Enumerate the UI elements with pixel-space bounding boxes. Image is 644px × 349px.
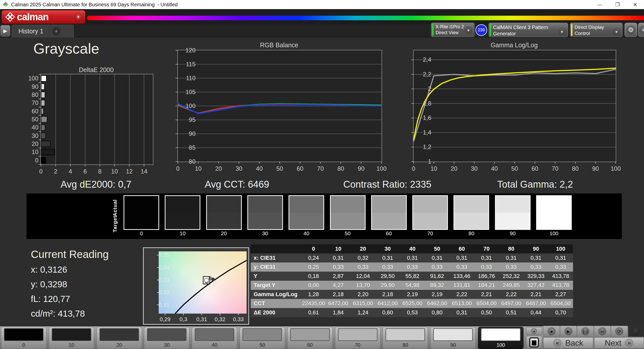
patch-level-label: 20	[206, 230, 242, 236]
close-button[interactable]: ✕	[626, 0, 644, 9]
tick-label: 115	[178, 61, 196, 68]
pattern-level-button-0[interactable]: 0	[1, 327, 46, 349]
table-value: 2,19	[425, 290, 449, 299]
tick-label: 80	[337, 165, 344, 172]
pattern-level-patch	[4, 328, 43, 341]
grayscale-patch-30	[247, 195, 283, 230]
grayscale-patch-90	[495, 195, 531, 230]
pattern-level-label: 0	[1, 342, 46, 348]
column-header: 10	[326, 244, 351, 253]
play-button[interactable]: ▶	[560, 326, 577, 337]
pattern-level-button-80[interactable]: 80	[383, 327, 428, 349]
table-value: 4,27	[326, 281, 351, 290]
meter-select-dropdown[interactable]: X-Rite i1Pro 2 Direct View ▼	[431, 23, 474, 37]
grayscale-patch-strip: Actual Target 0102030405060708090100	[27, 193, 622, 239]
meter-mode: Direct View	[436, 30, 464, 36]
calman-logo-icon	[5, 12, 15, 22]
pattern-level-button-100[interactable]: 100	[478, 327, 523, 349]
history-panel-toggle-button[interactable]: ▶	[1, 25, 10, 36]
table-value: 2,20	[351, 290, 375, 299]
window-title: Calman 2025 Calman Ultimate for Business…	[11, 2, 178, 8]
column-header: 0	[301, 244, 326, 253]
pattern-level-patch	[52, 328, 91, 341]
tick-label: 0	[412, 165, 415, 172]
row-label: Y	[251, 272, 301, 281]
table-value: 6497,00	[499, 299, 524, 308]
pattern-window-button[interactable]	[526, 336, 542, 349]
stat-avg-de2000: Avg dE2000: 0,7	[61, 179, 131, 190]
back-button[interactable]: « Back	[543, 337, 593, 348]
tick-label: 100	[21, 75, 38, 82]
grayscale-patch-50	[330, 195, 366, 230]
grayscale-patch-60	[371, 195, 407, 230]
calman-menu-button[interactable]: calman ▼	[2, 10, 85, 24]
restore-button[interactable]: ❐	[609, 0, 626, 9]
levels-expand-button[interactable]: ▲	[526, 327, 542, 335]
pattern-level-button-70[interactable]: 70	[335, 327, 380, 349]
pattern-level-button-30[interactable]: 30	[144, 327, 189, 349]
calman-menu-caret-icon: ▼	[75, 13, 82, 21]
window-titlebar: Calman 2025 Calman Ultimate for Business…	[0, 0, 644, 9]
pattern-generator-dropdown[interactable]: CalMAN Client 3 Pattern Generator ▼	[489, 23, 568, 37]
actual-patch	[124, 196, 158, 213]
grayscale-patch-0	[124, 195, 159, 230]
tick-label: 40	[256, 165, 263, 172]
panel-collapse-button[interactable]: ◀	[638, 23, 644, 37]
play-icon: ▶	[564, 327, 573, 335]
target-label: Target	[112, 216, 118, 232]
display-control-dropdown[interactable]: Direct Display Control ▼	[570, 23, 623, 37]
target-patch	[124, 213, 158, 229]
tick-label: 120	[178, 47, 196, 54]
tick-label: 10	[195, 165, 202, 172]
pattern-level-button-90[interactable]: 90	[430, 327, 476, 349]
pattern-level-button-20[interactable]: 20	[97, 327, 142, 349]
table-value: 0,31	[449, 308, 474, 317]
table-value: 0,44	[523, 308, 548, 317]
refresh-button[interactable]: ⟳	[611, 326, 628, 337]
step-pattern-button[interactable]: [··]	[577, 326, 594, 337]
chevrons-left-icon: «	[553, 339, 562, 347]
divider	[52, 13, 52, 21]
minimize-button[interactable]: —	[591, 0, 609, 9]
stat-total-gamma: Total Gamma: 2,2	[497, 179, 573, 190]
tick-label: 40	[491, 165, 498, 172]
tick-label: 60	[21, 108, 38, 115]
patch-level-label: 100	[536, 230, 572, 236]
table-value: 13,70	[351, 281, 375, 290]
pattern-level-button-40[interactable]: 40	[192, 327, 237, 349]
tick-label: 95	[178, 116, 196, 123]
pattern-level-button-10[interactable]: 10	[49, 327, 94, 349]
table-value: 54,98	[400, 281, 425, 290]
next-button[interactable]: Next »	[594, 337, 644, 348]
patch-level-label: 60	[371, 230, 407, 236]
pattern-level-button-60[interactable]: 60	[287, 327, 333, 349]
tick-label: 8	[98, 168, 101, 175]
column-header: 60	[449, 244, 474, 253]
tick-label: 90	[178, 130, 196, 137]
add-tab-button[interactable]: +	[49, 25, 63, 37]
current-reading-y: y: 0,3298	[31, 279, 67, 289]
tab-group: History 1 +	[12, 25, 74, 37]
pattern-level-patch	[195, 328, 234, 341]
loop-button[interactable]: ∞	[594, 326, 611, 337]
meter-name: X-Rite i1Pro 2	[436, 24, 464, 30]
tick-label: 1,6	[414, 114, 431, 121]
settings-button[interactable]: ⚙	[625, 23, 637, 37]
meter-reading-badge[interactable]: 239	[475, 24, 487, 36]
tab-history-1[interactable]: History 1	[18, 28, 43, 35]
current-reading-cdm2: cd/m²: 413,78	[31, 309, 85, 319]
column-header: 80	[499, 244, 524, 253]
table-value: 0,31	[449, 253, 474, 263]
tick-label: 1,8	[414, 100, 431, 107]
grayscale-patch-10	[165, 195, 200, 230]
tick-label: 105	[178, 89, 196, 96]
tick-label: 70	[21, 99, 38, 106]
tick-label: 100	[376, 165, 387, 172]
stop-button[interactable]: ■	[543, 326, 560, 337]
table-value: 329,33	[523, 272, 548, 281]
pattern-level-button-50[interactable]: 50	[240, 327, 285, 349]
actual-patch	[372, 196, 406, 213]
table-value: 0,31	[548, 253, 573, 263]
patch-level-label: 80	[454, 230, 489, 236]
table-value: 29,50	[375, 272, 400, 281]
